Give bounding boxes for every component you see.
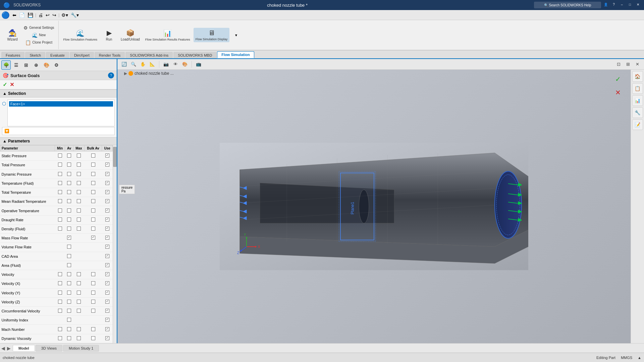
av-check-cell[interactable] (65, 179, 73, 188)
user-icon[interactable]: 👤 (602, 2, 609, 7)
min-check-cell[interactable] (55, 252, 65, 261)
bulk-checkbox[interactable] (91, 181, 95, 185)
av-check-cell[interactable] (65, 197, 73, 206)
min-checkbox[interactable] (58, 218, 62, 222)
bulk-check-cell[interactable] (84, 152, 102, 161)
bulk-check-cell[interactable] (84, 325, 102, 334)
chart-sidebar-btn[interactable]: 📊 (632, 95, 643, 106)
max-check-cell[interactable] (73, 334, 84, 343)
min-check-cell[interactable] (55, 215, 65, 224)
viewport-accept-btn[interactable]: ✓ (612, 73, 624, 85)
selection-section-header[interactable]: ▲ Selection (0, 89, 117, 98)
viewport-cancel-btn[interactable]: ✕ (612, 86, 624, 99)
av-check-cell[interactable] (65, 170, 73, 179)
list-view-btn[interactable]: ☰ (11, 60, 21, 70)
av-check-cell[interactable] (65, 188, 73, 197)
color-btn[interactable]: 🎨 (42, 60, 51, 70)
bulk-checkbox[interactable] (91, 163, 95, 167)
max-checkbox[interactable] (77, 181, 81, 185)
bulk-checkbox[interactable] (91, 227, 95, 231)
use-checkbox[interactable] (105, 309, 109, 313)
use-checkbox[interactable] (105, 181, 109, 185)
help-panel-icon[interactable]: ? (108, 72, 114, 78)
min-check-cell[interactable] (55, 170, 65, 179)
av-check-cell[interactable] (65, 152, 73, 161)
bulk-checkbox[interactable] (91, 291, 95, 295)
max-check-cell[interactable] (73, 206, 84, 215)
use-checkbox[interactable] (105, 227, 109, 231)
tab-render-tools[interactable]: Render Tools (95, 52, 125, 58)
bulk-checkbox[interactable] (91, 154, 95, 158)
use-checkbox[interactable] (105, 163, 109, 167)
bulk-check-cell[interactable] (84, 188, 102, 197)
rotate-btn[interactable]: 🔄 (120, 60, 128, 68)
av-checkbox[interactable] (67, 154, 71, 158)
min-check-cell[interactable] (55, 161, 65, 170)
bulk-check-cell[interactable] (84, 224, 102, 233)
3d-views-tab[interactable]: 3D Views (36, 345, 62, 352)
use-checkbox[interactable] (105, 208, 109, 213)
use-checkbox[interactable] (105, 327, 109, 331)
use-checkbox[interactable] (105, 254, 109, 258)
max-checkbox[interactable] (77, 227, 81, 231)
max-check-cell[interactable] (73, 325, 84, 334)
bulk-check-cell[interactable] (84, 234, 102, 243)
max-check-cell[interactable] (73, 252, 84, 261)
av-check-cell[interactable] (65, 234, 73, 243)
max-check-cell[interactable] (73, 288, 84, 297)
use-check-cell[interactable] (102, 188, 113, 197)
min-check-cell[interactable] (55, 270, 65, 279)
params-section-header[interactable]: ▲ Parameters (0, 137, 117, 145)
av-checkbox[interactable] (67, 263, 71, 267)
max-checkbox[interactable] (77, 327, 81, 331)
tab-sketch[interactable]: Sketch (25, 52, 45, 58)
av-checkbox[interactable] (67, 300, 71, 304)
crosshair-btn[interactable]: ⊕ (32, 60, 41, 70)
use-check-cell[interactable] (102, 270, 113, 279)
use-checkbox[interactable] (105, 263, 109, 267)
screen-btn[interactable]: 📺 (195, 60, 203, 68)
use-check-cell[interactable] (102, 206, 113, 215)
use-checkbox[interactable] (105, 300, 109, 304)
max-checkbox[interactable] (77, 199, 81, 203)
max-check-cell[interactable] (73, 306, 84, 315)
bulk-checkbox[interactable] (91, 300, 95, 304)
bulk-checkbox[interactable] (91, 218, 95, 222)
use-checkbox[interactable] (105, 218, 109, 222)
close-vp-btn[interactable]: ✕ (633, 60, 641, 68)
av-check-cell[interactable] (65, 306, 73, 315)
model-tab[interactable]: Model (13, 345, 35, 352)
back-btn[interactable]: ⬅ (11, 12, 18, 18)
max-check-cell[interactable] (73, 297, 84, 306)
av-checkbox[interactable] (67, 272, 71, 276)
min-checkbox[interactable] (58, 190, 62, 194)
flow-sim-features-btn[interactable]: 🌊 Flow Simulation Features (61, 28, 100, 43)
use-checkbox[interactable] (105, 154, 109, 158)
use-check-cell[interactable] (102, 152, 113, 161)
max-checkbox[interactable] (77, 281, 81, 285)
av-check-cell[interactable] (65, 325, 73, 334)
use-check-cell[interactable] (102, 243, 113, 252)
min-checkbox[interactable] (58, 154, 62, 158)
tools-btn[interactable]: 🔧▾ (69, 12, 80, 18)
use-check-cell[interactable] (102, 288, 113, 297)
max-checkbox[interactable] (77, 336, 81, 340)
use-checkbox[interactable] (105, 272, 109, 276)
bulk-checkbox[interactable] (91, 208, 95, 213)
min-check-cell[interactable] (55, 297, 65, 306)
av-check-cell[interactable] (65, 243, 73, 252)
flow-results-btn[interactable]: 📊 Flow Simulation Results Features (143, 28, 192, 43)
av-checkbox[interactable] (67, 318, 71, 322)
av-check-cell[interactable] (65, 224, 73, 233)
max-checkbox[interactable] (77, 163, 81, 167)
max-checkbox[interactable] (77, 291, 81, 295)
use-checkbox[interactable] (105, 336, 109, 340)
bulk-checkbox-checked[interactable] (91, 236, 95, 240)
bulk-checkbox[interactable] (91, 327, 95, 331)
view-btn[interactable]: 📐 (148, 60, 156, 68)
bulk-checkbox[interactable] (91, 272, 95, 276)
av-checkbox[interactable] (67, 291, 71, 295)
bulk-check-cell[interactable] (84, 179, 102, 188)
min-check-cell[interactable] (55, 316, 65, 325)
av-checkbox[interactable] (67, 163, 71, 167)
